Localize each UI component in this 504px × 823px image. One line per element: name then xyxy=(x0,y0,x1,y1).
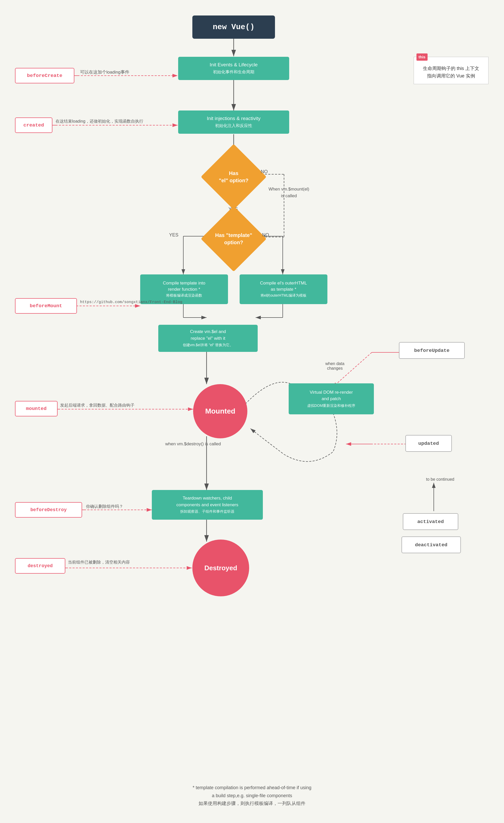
has-template-label: Has "template"option? xyxy=(206,212,261,266)
mounted-hook-label: mounted xyxy=(26,406,47,412)
no-label-1: NO xyxy=(261,169,268,174)
created-annotation: 在这结束loading，还做初始化，实现函数自执行 xyxy=(55,119,143,124)
side-panel: this 生命周期钩子的 this 上下文 指向调用它的 Vue 实例 xyxy=(413,57,489,84)
mounted-annotation: 发起后端请求，拿回数据、配合路由钩子 xyxy=(60,403,135,408)
create-vm-box: Create vm.$el andreplace "el" with it创建v… xyxy=(158,325,258,352)
diagram-container: new Vue() Init Events & Lifecycle初始化事件和生… xyxy=(0,0,504,823)
init-events-label: Init Events & Lifecycle初始化事件和生命周期 xyxy=(210,61,258,75)
beforecreate-label: beforeCreate xyxy=(27,73,62,78)
compile-template-label: Compile template intorender function *将模… xyxy=(163,280,205,298)
created-note: 在这结束loading，还做初始化，实现函数自执行 xyxy=(55,119,143,123)
when-data-changes: when datachanges xyxy=(325,361,344,371)
this-badge: this xyxy=(416,53,428,61)
vm-mount-note: When vm.$mount(el)is called xyxy=(269,186,309,199)
destroyed-circle: Destroyed xyxy=(192,539,249,596)
has-el-label: Has"el" option? xyxy=(206,150,261,204)
destroyed-hook-label: destroyed xyxy=(28,563,53,568)
teardown-box: Teardown watchers, childcomponents and e… xyxy=(152,490,263,520)
beforecreate-hook: beforeCreate xyxy=(15,68,74,84)
beforemount-hook: beforeMount xyxy=(15,298,77,314)
updated-hook: updated xyxy=(405,435,452,452)
footnote-text: * template compilation is performed ahea… xyxy=(193,785,311,806)
to-be-continued: to be continued xyxy=(426,477,454,482)
destroyed-annotation: 当前组件已被删除，清空相关内容 xyxy=(68,560,130,565)
activated-hook: activated xyxy=(403,513,458,530)
beforedestroy-label: beforeDestroy xyxy=(30,507,66,512)
created-label: created xyxy=(23,122,44,128)
init-events-box: Init Events & Lifecycle初始化事件和生命周期 xyxy=(178,57,289,80)
beforecreate-note: 可以在这加个loading事件 xyxy=(80,70,129,74)
no-label-2: NO xyxy=(262,232,269,238)
has-el-diamond-container: Has"el" option? xyxy=(206,150,261,204)
deactivated-label: deactivated xyxy=(415,542,447,548)
compile-template-box: Compile template intorender function *将模… xyxy=(140,275,228,304)
beforeupdate-hook: beforeUpdate xyxy=(399,342,465,359)
vm-destroy-note: when vm.$destroy() is called xyxy=(165,442,221,447)
yes-label-2: YES xyxy=(169,232,178,238)
init-injections-label: Init injections & reactivity初始化注入和反应性 xyxy=(207,115,261,129)
side-panel-text: 生命周期钩子的 this 上下文 指向调用它的 Vue 实例 xyxy=(423,66,479,78)
mounted-label: Mounted xyxy=(205,407,235,416)
footnote: * template compilation is performed ahea… xyxy=(162,784,342,808)
destroyed-hook: destroyed xyxy=(15,558,65,573)
deactivated-hook: deactivated xyxy=(401,536,461,553)
beforeupdate-label: beforeUpdate xyxy=(414,348,450,353)
updated-label: updated xyxy=(418,441,439,446)
teardown-label: Teardown watchers, childcomponents and e… xyxy=(176,495,238,515)
beforemount-annotation: https://github.com/songxtianx/Front-End-… xyxy=(80,300,182,304)
beforedestroy-annotation: 你确认删除组件吗？ xyxy=(86,504,123,509)
mounted-circle: Mounted xyxy=(193,384,247,438)
new-vue-box: new Vue() xyxy=(192,15,275,39)
mounted-hook: mounted xyxy=(15,401,57,417)
init-injections-box: Init injections & reactivity初始化注入和反应性 xyxy=(178,111,289,134)
activated-label: activated xyxy=(417,519,444,525)
created-hook: created xyxy=(15,118,52,133)
destroyed-label: Destroyed xyxy=(204,564,237,572)
beforecreate-annotation: 可以在这加个loading事件 xyxy=(80,69,129,75)
beforedestroy-hook: beforeDestroy xyxy=(15,502,82,518)
create-vm-label: Create vm.$el andreplace "el" with it创建v… xyxy=(183,328,233,348)
compile-outerhtml-box: Compile el's outerHTMLas template *将el的o… xyxy=(239,275,327,304)
virtual-dom-label: Virtual DOM re-renderand patch虚拟DOM重新渲染和… xyxy=(307,389,355,409)
new-vue-label: new Vue() xyxy=(213,23,255,31)
this-badge-label: this xyxy=(418,55,426,59)
beforemount-label: beforeMount xyxy=(30,303,62,309)
virtual-dom-box: Virtual DOM re-renderand patch虚拟DOM重新渲染和… xyxy=(289,383,374,415)
compile-outerhtml-label: Compile el's outerHTMLas template *将el的o… xyxy=(260,280,307,298)
has-template-diamond-container: Has "template"option? xyxy=(206,212,261,266)
